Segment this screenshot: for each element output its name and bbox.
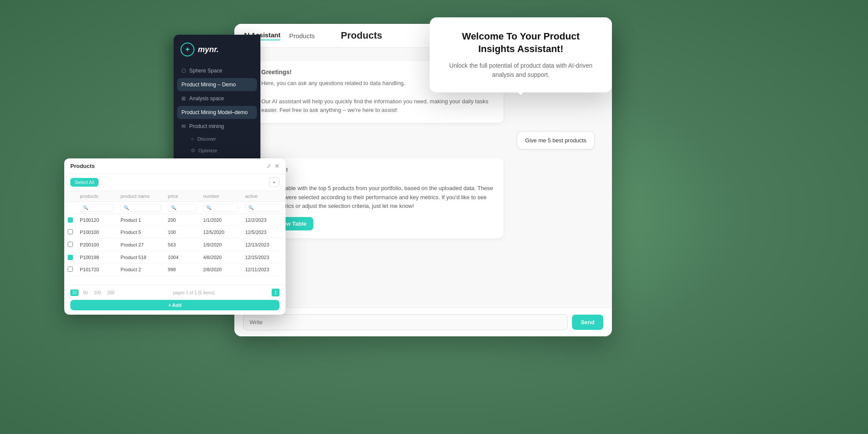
sidebar-item-product-mining-demo[interactable]: Product Mining – Demo xyxy=(177,78,257,91)
table-row: P200100 Product 27 563 1/9/2020 12/13/20… xyxy=(64,239,286,251)
search-price-input[interactable] xyxy=(168,204,196,212)
cell-price: 200 xyxy=(164,214,200,226)
sidebar-item-label: Product mining xyxy=(189,123,224,129)
sidebar-sub-label: Discover xyxy=(197,136,216,141)
cell-price: 1004 xyxy=(164,251,200,263)
row-checkbox[interactable] xyxy=(64,263,76,276)
cell-name: Product 5 xyxy=(117,226,164,239)
cell-id: P101720 xyxy=(76,263,117,276)
checkbox-checked[interactable] xyxy=(68,217,73,223)
user-message: Give me 5 best products xyxy=(517,132,595,149)
send-button[interactable]: Send xyxy=(572,315,603,330)
search-products-input[interactable] xyxy=(80,204,114,212)
cell-price: 100 xyxy=(164,226,200,239)
header-products-title: Products xyxy=(341,30,382,41)
checkbox[interactable] xyxy=(68,266,73,272)
user-message-wrapper: Give me 5 best products xyxy=(252,132,595,149)
cell-number: 1/1/2020 xyxy=(200,214,242,226)
add-column-button[interactable]: + xyxy=(269,178,279,187)
cell-active: 12/11/2023 xyxy=(242,263,286,276)
table-toolbar: Select All + xyxy=(64,174,286,191)
cell-number: 12/5/2020 xyxy=(200,226,242,239)
search-number-input[interactable] xyxy=(203,204,238,212)
checkbox[interactable] xyxy=(68,242,73,247)
cell-price: 998 xyxy=(164,263,200,276)
sidebar-item-analysis-space[interactable]: ⊞ Analysis space xyxy=(177,92,257,105)
search-check-col xyxy=(64,202,76,214)
optimize-icon: ⊙ xyxy=(191,148,195,153)
sidebar-item-label: Product Mining – Demo xyxy=(181,82,236,88)
table-panel: Products ⤢ ✕ Select All + products produ… xyxy=(64,158,286,315)
table-row: P100198 Product 518 1004 4/8/2020 12/15/… xyxy=(64,251,286,263)
row-checkbox[interactable] xyxy=(64,226,76,239)
search-active-col xyxy=(242,202,286,214)
sidebar-item-sphere-space[interactable]: ⬡ Sphere Space xyxy=(177,64,257,77)
chat-input[interactable] xyxy=(243,314,568,330)
analysis-icon: ⊞ xyxy=(181,95,186,102)
close-icon[interactable]: ✕ xyxy=(275,163,279,169)
expand-icon[interactable]: ⤢ xyxy=(266,163,271,169)
cell-id: P200100 xyxy=(76,239,117,251)
welcome-subtitle: Unlock the full potential of product dat… xyxy=(445,61,597,79)
welcome-tooltip: Welcome To Your Product Insights Assista… xyxy=(430,17,612,92)
page-size-50[interactable]: 50 xyxy=(81,289,89,296)
sidebar-item-label: Product Mining Model–demo xyxy=(181,109,248,115)
search-number-col xyxy=(200,202,242,214)
table-header-row: products product name price number activ… xyxy=(64,191,286,202)
table-body: P100120 Product 1 200 1/1/2020 12/2/2023… xyxy=(64,214,286,276)
row-checkbox[interactable] xyxy=(64,239,76,251)
sidebar-item-product-mining-model[interactable]: Product Mining Model–demo xyxy=(177,106,257,119)
search-name-input[interactable] xyxy=(121,204,161,212)
row-checkbox[interactable] xyxy=(64,251,76,263)
pagination-info: pages 1 of 1 (5 items) xyxy=(173,290,215,295)
table-search-row xyxy=(64,202,286,214)
cell-id: P100198 xyxy=(76,251,117,263)
sidebar-item-label: Sphere Space xyxy=(189,68,222,74)
sphere-icon: ⬡ xyxy=(181,68,186,74)
logo-icon: ✦ xyxy=(181,43,194,56)
sidebar-item-discover[interactable]: ○ Discover xyxy=(187,134,253,144)
discover-icon: ○ xyxy=(191,136,194,141)
cell-id: P100120 xyxy=(76,214,117,226)
mail-icon: ✉ xyxy=(181,123,186,129)
data-table: products product name price number activ… xyxy=(64,191,286,285)
cell-price: 563 xyxy=(164,239,200,251)
bot-response: Yes, sure! Here's a table with the top 5… xyxy=(252,158,503,238)
table-row: P100100 Product 5 100 12/5/2020 12/5/202… xyxy=(64,226,286,239)
search-name-col xyxy=(117,202,164,214)
search-products-col xyxy=(76,202,117,214)
checkbox-checked[interactable] xyxy=(68,255,73,260)
welcome-title: Welcome To Your Product Insights Assista… xyxy=(445,30,597,55)
cell-id: P100100 xyxy=(76,226,117,239)
table-row: P100120 Product 1 200 1/1/2020 12/2/2023 xyxy=(64,214,286,226)
search-active-input[interactable] xyxy=(245,204,282,212)
table-row: P101720 Product 2 998 2/8/2020 12/11/202… xyxy=(64,263,286,276)
cell-name: Product 518 xyxy=(117,251,164,263)
col-products: products xyxy=(76,191,117,202)
col-price: price xyxy=(164,191,200,202)
sidebar-item-product-mining[interactable]: ✉ Product mining xyxy=(177,120,257,133)
select-all-button[interactable]: Select All xyxy=(70,178,99,187)
col-checkbox xyxy=(64,191,76,202)
table-footer: 10 50 100 200 pages 1 of 1 (5 items) 1 xyxy=(64,285,286,300)
page-sizes: 10 50 100 200 xyxy=(70,289,116,296)
row-checkbox[interactable] xyxy=(64,214,76,226)
table-title: Products xyxy=(70,163,95,169)
cell-active: 12/5/2023 xyxy=(242,226,286,239)
page-size-10[interactable]: 10 xyxy=(70,289,79,296)
col-number: number xyxy=(200,191,242,202)
sidebar-item-optimize[interactable]: ⊙ Optimize xyxy=(187,145,253,156)
search-price-col xyxy=(164,202,200,214)
page-size-100[interactable]: 100 xyxy=(92,289,103,296)
table-header-actions: ⤢ ✕ xyxy=(266,163,279,169)
chat-input-area: Send xyxy=(234,308,612,336)
add-button[interactable]: + Add xyxy=(70,300,279,310)
current-page: 1 xyxy=(272,289,279,296)
checkbox[interactable] xyxy=(68,229,73,234)
sidebar-sub-label: Optimize xyxy=(198,148,217,153)
cell-number: 2/8/2020 xyxy=(200,263,242,276)
cell-name: Product 1 xyxy=(117,214,164,226)
tab-products[interactable]: Products xyxy=(289,32,315,39)
page-size-200[interactable]: 200 xyxy=(105,289,116,296)
cell-name: Product 2 xyxy=(117,263,164,276)
